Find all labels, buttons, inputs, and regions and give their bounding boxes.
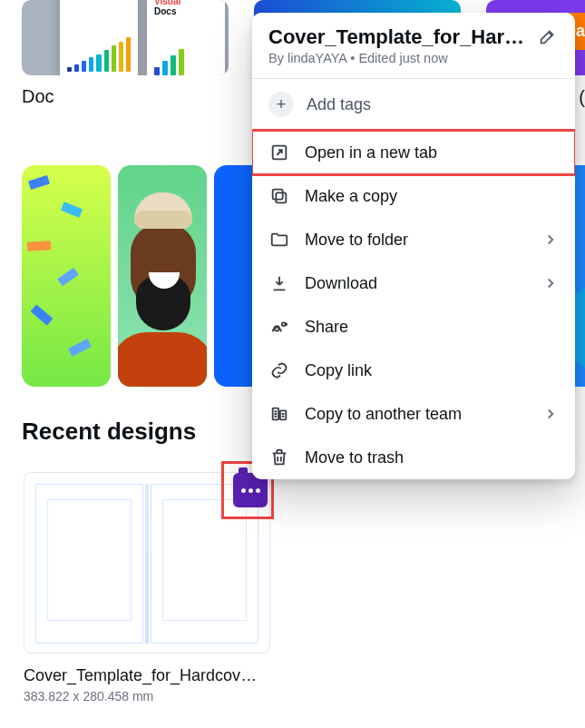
menu-make-copy[interactable]: Make a copy <box>252 174 575 218</box>
person-tile[interactable] <box>118 165 207 387</box>
add-tags-label: Add tags <box>307 95 371 114</box>
rename-icon[interactable] <box>537 25 559 47</box>
menu-item-label: Share <box>305 318 348 337</box>
download-icon <box>268 272 290 294</box>
doc-template-thumb[interactable]: DesignVisualDocs <box>22 0 229 75</box>
menu-item-label: Move to trash <box>305 448 404 467</box>
open-external-icon <box>268 142 290 163</box>
svg-rect-6 <box>280 410 286 419</box>
menu-move-folder[interactable]: Move to folder <box>252 218 575 261</box>
menu-subtitle: By lindaYAYA • Edited just now <box>268 51 526 65</box>
add-tags-row[interactable]: + Add tags <box>252 79 575 130</box>
menu-title: Cover_Template_for_Hard... <box>268 25 526 49</box>
menu-open-new-tab[interactable]: Open in a new tab <box>252 131 575 174</box>
recent-design-dimensions: 383.822 x 280.458 mm <box>24 689 270 703</box>
menu-copy-link[interactable]: Copy link <box>252 349 575 392</box>
design-docs-label: DesignVisualDocs <box>154 0 184 16</box>
menu-item-label: Open in a new tab <box>305 143 437 162</box>
chevron-right-icon <box>542 231 559 248</box>
recent-design-title: Cover_Template_for_Hardcover_... <box>24 666 261 685</box>
menu-header: Cover_Template_for_Hard... By lindaYAYA … <box>252 13 575 78</box>
menu-download[interactable]: Download <box>252 261 575 305</box>
folder-icon <box>268 229 290 251</box>
truncated-label: ( <box>579 87 585 108</box>
doc-type-label: Doc <box>22 86 54 107</box>
recent-designs-heading: Recent designs <box>22 418 196 446</box>
plus-icon[interactable]: + <box>268 92 294 117</box>
menu-share[interactable]: Share <box>252 305 575 349</box>
svg-rect-1 <box>276 192 286 202</box>
menu-item-label: Move to folder <box>305 231 408 250</box>
menu-copy-team[interactable]: Copy to another team <box>252 392 575 436</box>
team-icon <box>268 403 290 425</box>
chevron-right-icon <box>542 275 559 291</box>
menu-move-trash[interactable]: Move to trash <box>252 436 575 479</box>
confetti-tile[interactable] <box>22 165 111 387</box>
chevron-right-icon <box>542 406 559 422</box>
trash-icon <box>268 447 290 468</box>
share-icon <box>268 316 290 338</box>
menu-item-label: Make a copy <box>305 187 397 206</box>
design-context-menu: Cover_Template_for_Hard... By lindaYAYA … <box>252 13 575 479</box>
link-icon <box>268 359 290 381</box>
menu-item-label: Copy to another team <box>305 405 462 424</box>
menu-item-label: Download <box>305 274 377 293</box>
copy-icon <box>268 185 290 207</box>
menu-item-label: Copy link <box>305 361 372 380</box>
svg-rect-2 <box>273 190 283 200</box>
